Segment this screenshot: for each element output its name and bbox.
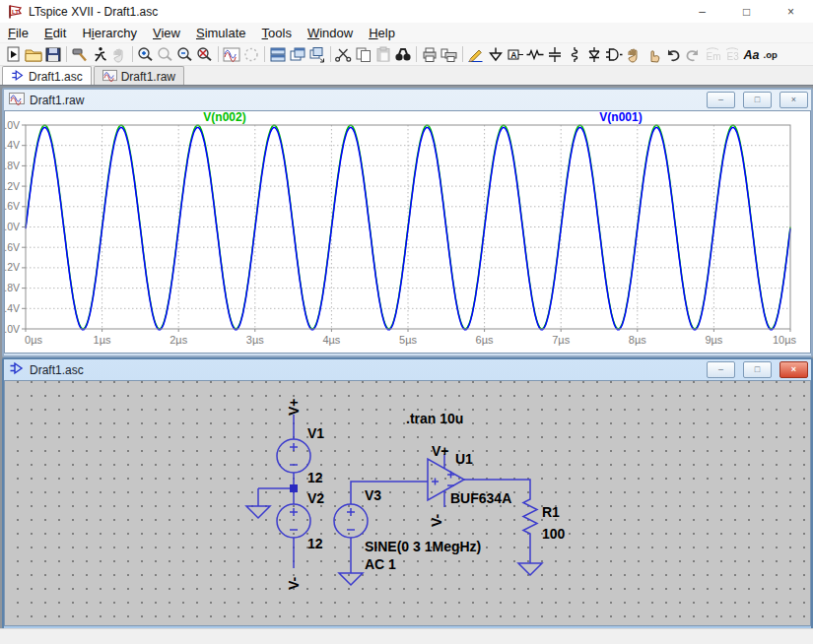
- ground-symbol-3[interactable]: [518, 563, 542, 575]
- tile-vertically-icon[interactable]: [288, 44, 307, 64]
- trace-label-Vn001[interactable]: V(n001): [599, 111, 642, 124]
- menubar: FileEditHierarchyViewSimulateToolsWindow…: [0, 23, 813, 43]
- copy-icon[interactable]: [354, 44, 373, 64]
- tile-horizontally-icon[interactable]: [268, 44, 288, 64]
- x-tick-label: 4µs: [322, 334, 340, 346]
- menu-simulate[interactable]: Simulate: [188, 25, 254, 41]
- statusbar: [0, 628, 813, 644]
- v3-value-label[interactable]: SINE(0 3 1MegHz): [365, 539, 481, 554]
- waveform-minimize-button[interactable]: –: [707, 92, 735, 108]
- waveform-icon: [102, 69, 117, 85]
- inductor-icon[interactable]: [565, 44, 584, 64]
- v1-ref-label[interactable]: V1: [307, 425, 324, 441]
- menu-tools[interactable]: Tools: [254, 25, 300, 41]
- tab-draft1-asc[interactable]: Draft1.asc: [2, 66, 92, 86]
- v1-value-label[interactable]: 12: [307, 470, 323, 485]
- tab-label: Draft1.asc: [29, 70, 83, 84]
- save-icon[interactable]: [43, 44, 63, 64]
- schematic-close-button[interactable]: ×: [779, 361, 808, 378]
- svg-text:LT: LT: [12, 8, 19, 14]
- opamp-vplus-label[interactable]: V+: [432, 443, 449, 459]
- zoom-full-extents-icon[interactable]: [195, 44, 215, 64]
- menu-edit[interactable]: Edit: [36, 25, 74, 41]
- main-titlebar: LT LTspice XVII - Draft1.asc – □ ×: [0, 0, 813, 23]
- component-icon[interactable]: [604, 44, 624, 64]
- spice-directive-text[interactable]: .tran 10u: [406, 411, 463, 426]
- zoom-out-icon[interactable]: [175, 44, 195, 64]
- schematic-window-titlebar[interactable]: Draft1.asc – □ ×: [4, 359, 811, 380]
- autorange-y-axis-icon[interactable]: [222, 44, 241, 64]
- wire-junction-node[interactable]: [290, 484, 298, 492]
- wire-v3-to-opamp[interactable]: [351, 482, 428, 504]
- svg-text:A: A: [510, 49, 516, 59]
- v2-ref-label[interactable]: V2: [307, 490, 324, 506]
- cascade-windows-icon[interactable]: [307, 44, 327, 64]
- diode-icon[interactable]: [584, 44, 604, 64]
- ground-icon[interactable]: [486, 44, 506, 64]
- v2-value-label[interactable]: 12: [307, 536, 323, 551]
- waveform-pane[interactable]: 3.0V2.4V1.8V1.2V0.6V0.0V-0.6V-1.2V-1.8V-…: [4, 110, 811, 354]
- y-tick-label: 2.4V: [5, 139, 20, 151]
- control-panel-icon[interactable]: [70, 44, 90, 64]
- r1-ref-label[interactable]: R1: [542, 504, 560, 520]
- undo-icon[interactable]: [663, 44, 683, 64]
- u1-ref-label[interactable]: U1: [455, 451, 473, 467]
- zoom-area-icon: [156, 44, 175, 64]
- u1-value-label[interactable]: BUF634A: [450, 490, 511, 506]
- mdi-client-area: Draft1.raw – □ × 3.0V2.4V1.8V1.2V0.6V0.0…: [0, 85, 813, 629]
- v3-ref-label[interactable]: V3: [365, 487, 381, 503]
- tab-draft1-raw[interactable]: Draft1.raw: [94, 66, 184, 86]
- run-icon[interactable]: [90, 44, 109, 64]
- net-label-vminus[interactable]: V-: [286, 576, 302, 590]
- net-label-vplus[interactable]: V+: [286, 398, 302, 416]
- x-tick-label: 0µs: [25, 334, 42, 346]
- waveform-window-titlebar[interactable]: Draft1.raw – □ ×: [4, 90, 811, 110]
- capacitor-icon[interactable]: [545, 44, 565, 64]
- r1-value-label[interactable]: 100: [542, 526, 566, 542]
- close-button[interactable]: ×: [769, 0, 813, 23]
- minimize-button[interactable]: –: [680, 0, 724, 23]
- toolbar-separator: [462, 46, 463, 62]
- mirror-icon: Em: [703, 44, 722, 64]
- move-icon[interactable]: [624, 44, 644, 64]
- y-tick-label: 1.8V: [5, 160, 20, 171]
- resistor-icon[interactable]: [525, 44, 545, 64]
- find-icon[interactable]: [393, 44, 413, 64]
- schematic-minimize-button[interactable]: –: [707, 361, 735, 378]
- menu-hierarchy[interactable]: Hierarchy: [74, 25, 145, 41]
- ground-symbol-2[interactable]: [339, 573, 363, 585]
- ground-symbol-1[interactable]: [246, 506, 270, 518]
- zoom-in-icon[interactable]: [136, 44, 156, 64]
- window-title: LTspice XVII - Draft1.asc: [29, 5, 680, 19]
- tab-label: Draft1.raw: [121, 70, 175, 84]
- cut-icon[interactable]: [334, 44, 354, 64]
- menu-file[interactable]: File: [0, 25, 36, 41]
- paste-icon: [373, 44, 393, 64]
- net-label-icon[interactable]: A: [506, 44, 525, 64]
- schematic-canvas[interactable]: V+ V1 12 V2 12 V- V3 SINE(0 3 1MegHz) AC…: [4, 380, 811, 626]
- y-tick-label: -3.0V: [5, 323, 20, 335]
- opamp-vminus-label[interactable]: V-: [429, 513, 444, 527]
- r1-resistor-symbol[interactable]: [523, 496, 537, 563]
- print-icon[interactable]: [420, 44, 440, 64]
- waveform-plot[interactable]: 3.0V2.4V1.8V1.2V0.6V0.0V-0.6V-1.2V-1.8V-…: [5, 111, 810, 353]
- text-icon[interactable]: Aa: [742, 44, 762, 64]
- maximize-button[interactable]: □: [724, 0, 769, 23]
- print-preview-icon[interactable]: [440, 44, 459, 64]
- svg-text:Aa: Aa: [743, 48, 760, 62]
- drag-icon[interactable]: [644, 44, 663, 64]
- schematic-restore-button[interactable]: □: [743, 361, 772, 378]
- menu-view[interactable]: View: [145, 25, 188, 41]
- menu-help[interactable]: Help: [361, 25, 403, 41]
- open-file-icon[interactable]: [24, 44, 43, 64]
- wire-icon[interactable]: [466, 44, 486, 64]
- spice-directive-icon[interactable]: .op: [762, 44, 781, 64]
- trace-label-Vn002[interactable]: V(n002): [203, 111, 245, 124]
- redo-icon: [683, 44, 703, 64]
- new-schematic-icon[interactable]: [4, 44, 24, 64]
- menu-window[interactable]: Window: [300, 25, 361, 41]
- waveform-restore-button[interactable]: □: [743, 92, 772, 108]
- y-tick-label: 0.0V: [5, 221, 20, 232]
- waveform-close-button[interactable]: ×: [779, 92, 808, 108]
- v3-value2-label[interactable]: AC 1: [365, 556, 396, 572]
